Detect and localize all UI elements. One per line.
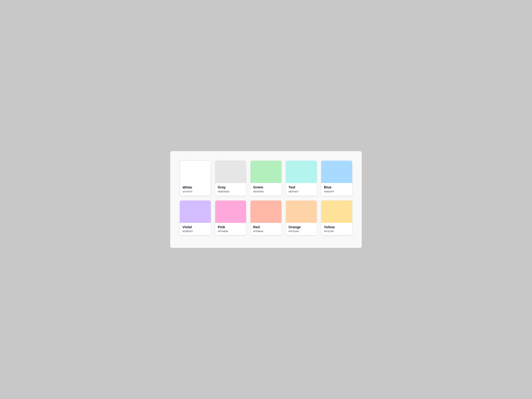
color-info-orange: Orange#FFD3A8 [286, 223, 317, 235]
color-card-gray[interactable]: Gray#E6E6EE6 [215, 161, 246, 196]
color-name-gray: Gray [218, 185, 244, 189]
color-palette-window: White#FFFFFFGray#E6E6EE6Green#B3EFBDTeal… [170, 151, 362, 248]
color-hex-yellow: #FFE299 [324, 230, 350, 233]
color-hex-green: #B3EFBD [253, 190, 279, 193]
color-card-white[interactable]: White#FFFFFF [180, 161, 211, 196]
color-card-yellow[interactable]: Yellow#FFE299 [321, 201, 352, 235]
color-swatch-green [251, 161, 281, 183]
color-swatch-teal [286, 161, 317, 183]
color-swatch-pink [215, 201, 246, 223]
color-info-blue: Blue#A8DAFF [321, 183, 352, 195]
color-swatch-white [180, 161, 211, 183]
color-hex-violet: #D3BDFF [182, 230, 208, 233]
color-card-teal[interactable]: Teal#B3F4EF [286, 161, 317, 196]
color-swatch-orange [286, 201, 317, 223]
color-name-blue: Blue [324, 185, 350, 189]
color-hex-blue: #A8DAFF [324, 190, 350, 193]
color-info-pink: Pink#FFA8DB [215, 223, 246, 235]
color-swatch-violet [180, 201, 211, 223]
color-card-red[interactable]: Red#FFB8A8 [251, 201, 281, 235]
color-name-white: White [183, 185, 208, 190]
color-name-violet: Violet [182, 225, 208, 229]
color-info-red: Red#FFB8A8 [251, 223, 281, 235]
color-swatch-yellow [321, 201, 352, 223]
color-info-yellow: Yellow#FFE299 [321, 223, 352, 235]
color-name-teal: Teal [289, 185, 314, 189]
color-name-orange: Orange [289, 225, 314, 229]
color-swatch-gray [215, 161, 246, 183]
color-name-pink: Pink [218, 225, 244, 229]
color-hex-red: #FFB8A8 [253, 230, 279, 233]
color-hex-teal: #B3F4EF [289, 190, 314, 193]
color-info-gray: Gray#E6E6EE6 [215, 183, 246, 195]
color-card-violet[interactable]: Violet#D3BDFF [180, 201, 211, 235]
color-hex-gray: #E6E6EE6 [218, 190, 244, 193]
color-hex-pink: #FFA8DB [218, 230, 244, 233]
color-card-orange[interactable]: Orange#FFD3A8 [286, 201, 317, 235]
color-info-green: Green#B3EFBD [251, 183, 281, 195]
color-grid: White#FFFFFFGray#E6E6EE6Green#B3EFBDTeal… [180, 161, 352, 235]
color-card-pink[interactable]: Pink#FFA8DB [215, 201, 246, 235]
color-info-white: White#FFFFFF [180, 183, 211, 196]
color-hex-orange: #FFD3A8 [289, 230, 314, 233]
color-card-green[interactable]: Green#B3EFBD [251, 161, 281, 196]
color-name-yellow: Yellow [324, 225, 350, 229]
color-info-violet: Violet#D3BDFF [180, 223, 211, 235]
color-hex-white: #FFFFFF [183, 190, 208, 193]
color-name-green: Green [253, 185, 279, 189]
color-swatch-red [251, 201, 281, 223]
color-name-red: Red [253, 225, 279, 229]
color-card-blue[interactable]: Blue#A8DAFF [321, 161, 352, 196]
color-swatch-blue [321, 161, 352, 183]
color-info-teal: Teal#B3F4EF [286, 183, 317, 195]
